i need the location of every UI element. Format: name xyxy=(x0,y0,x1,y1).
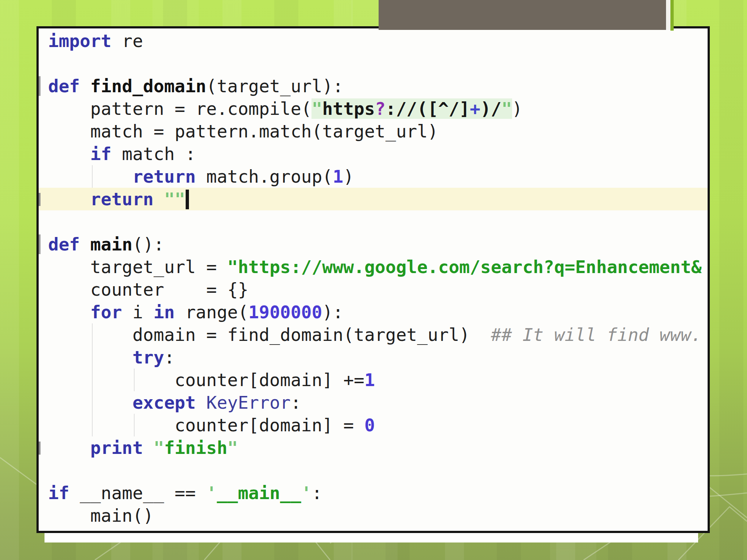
code-line: try: xyxy=(39,346,708,369)
code-token-pl xyxy=(48,166,132,187)
code-token-pl: : xyxy=(311,483,322,503)
code-token-strq: ' xyxy=(206,483,217,503)
code-token-cmt: ## It will find www. xyxy=(491,324,702,345)
code-line: print "finish" xyxy=(39,436,708,459)
code-token-str: __main__ xyxy=(217,483,301,503)
code-token-pl: i xyxy=(122,302,154,322)
code-line: counter = {} xyxy=(39,278,708,301)
code-token-kw: except xyxy=(132,392,196,413)
indent-guide xyxy=(92,414,93,436)
code-token-pl xyxy=(80,234,90,254)
code-token-strq: "" xyxy=(164,189,185,209)
window-titlebar-fragment xyxy=(379,0,666,30)
code-token-pl xyxy=(196,392,206,413)
code-token-pl xyxy=(48,302,90,322)
text-cursor xyxy=(186,190,189,209)
code-token-strq: " xyxy=(227,438,238,458)
code-token-pl xyxy=(48,438,90,458)
code-token-pl: re xyxy=(111,31,143,51)
code-token-pl: match.group( xyxy=(196,166,333,187)
code-line: for i in range(1900000): xyxy=(39,301,708,323)
code-token-pl xyxy=(48,189,90,209)
code-line: pattern = re.compile("https?://([^/]+)/"… xyxy=(39,97,708,120)
code-token-str: "https://www.google.com/search?q=Enhance… xyxy=(227,257,701,277)
code-line xyxy=(39,210,708,233)
code-token-pl: ): xyxy=(322,302,343,322)
code-line: main() xyxy=(39,504,708,527)
code-token-pl: __name__ == xyxy=(69,483,206,503)
code-line: return match.group(1) xyxy=(39,165,708,188)
code-token-rxop: ? xyxy=(375,98,386,119)
code-token-kw: try xyxy=(132,347,164,368)
code-line: counter[domain] = 0 xyxy=(39,414,708,436)
indent-guide xyxy=(134,369,135,391)
indent-guide xyxy=(134,414,135,436)
code-token-pl: counter = {} xyxy=(48,279,248,300)
code-token-kw: return xyxy=(132,166,196,187)
code-token-num: 1900000 xyxy=(248,302,322,322)
code-line: return "" xyxy=(39,188,708,210)
code-token-pl: counter[domain] += xyxy=(48,370,364,390)
code-token-pl: : xyxy=(291,392,301,413)
code-line: def main(): xyxy=(39,233,708,256)
gutter-change-marker xyxy=(39,234,40,254)
code-line: except KeyError: xyxy=(39,391,708,414)
slide: { "slide": { "background_top_color": "#b… xyxy=(0,0,747,560)
code-token-fn: find_domain xyxy=(90,76,206,96)
code-token-pl: match = pattern.match(target_url) xyxy=(48,121,438,141)
code-line xyxy=(39,459,708,482)
code-token-pl: counter[domain] = xyxy=(48,415,364,435)
code-token-kw: if xyxy=(48,483,69,503)
code-token-rxq: " xyxy=(502,98,512,119)
code-token-pl xyxy=(143,438,154,458)
code-token-pl: ) xyxy=(512,98,523,119)
code-token-pl: range( xyxy=(175,302,248,322)
indent-guide xyxy=(92,323,93,346)
code-token-num: 1 xyxy=(364,370,375,390)
code-token-kw: return xyxy=(90,189,154,209)
code-token-rx: )/ xyxy=(480,98,502,119)
code-token-kw: in xyxy=(154,302,175,322)
titlebar-edge-line xyxy=(670,0,674,31)
code-token-pl: (): xyxy=(132,234,164,254)
code-token-rxq: " xyxy=(311,98,322,119)
indent-guide xyxy=(92,369,93,391)
code-token-kw: def xyxy=(48,76,80,96)
code-token-rxplus: + xyxy=(470,98,480,119)
code-editor-window: import redef find_domain(target_url): pa… xyxy=(36,26,710,533)
code-token-str: finish xyxy=(164,438,227,458)
code-token-kw: def xyxy=(48,234,80,254)
indent-guide xyxy=(92,165,93,188)
code-token-num: 0 xyxy=(364,415,375,435)
code-token-pl: target_url = xyxy=(48,257,227,277)
gutter-change-marker xyxy=(39,193,40,206)
code-token-pl xyxy=(48,144,90,164)
code-token-pl xyxy=(48,347,132,368)
code-line: target_url = "https://www.google.com/sea… xyxy=(39,256,708,278)
code-content: import redef find_domain(target_url): pa… xyxy=(39,30,708,527)
code-line xyxy=(39,52,708,75)
code-line: counter[domain] +=1 xyxy=(39,369,708,391)
code-token-pl: : xyxy=(164,347,175,368)
code-line: if __name__ == '__main__': xyxy=(39,482,708,504)
code-token-pl: main() xyxy=(48,505,154,526)
code-token-num: 1 xyxy=(333,166,343,187)
indent-guide xyxy=(92,391,93,414)
code-token-pl xyxy=(48,392,132,413)
code-line: def find_domain(target_url): xyxy=(39,75,708,97)
code-line: domain = find_domain(target_url) ## It w… xyxy=(39,323,708,346)
code-token-rx: https xyxy=(322,98,375,119)
code-line: if match : xyxy=(39,143,708,165)
code-line: import re xyxy=(39,30,708,52)
gutter-change-marker xyxy=(39,442,40,455)
code-token-pl: domain = find_domain(target_url) xyxy=(48,324,491,345)
code-token-kw: for xyxy=(90,302,122,322)
indent-guide xyxy=(92,346,93,369)
code-token-kw: import xyxy=(48,31,111,51)
code-token-strq: ' xyxy=(301,483,312,503)
code-token-pl: match : xyxy=(111,144,196,164)
code-token-rx: ://([^/] xyxy=(386,98,470,119)
code-token-strq: " xyxy=(154,438,164,458)
code-line: match = pattern.match(target_url) xyxy=(39,120,708,143)
code-token-pl xyxy=(154,189,164,209)
